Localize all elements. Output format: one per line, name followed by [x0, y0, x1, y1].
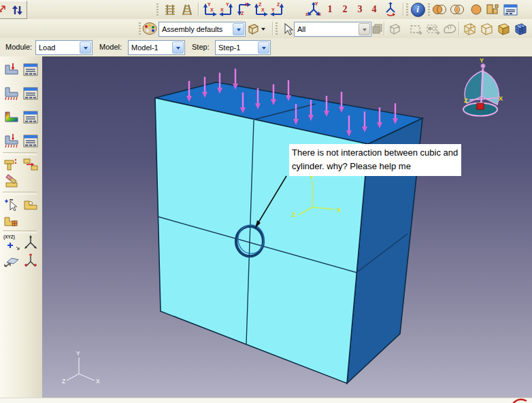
color-target-button[interactable]: [244, 20, 268, 37]
overlap-circles-outline-icon: [450, 3, 465, 16]
resize-view-button[interactable]: [0, 2, 9, 18]
create-load-button[interactable]: [3, 61, 20, 77]
pan-hand-button[interactable]: [442, 20, 458, 37]
view-preset-1-button[interactable]: 1: [322, 1, 338, 18]
dashed-cube-icon: [388, 22, 401, 35]
toolbar-row-2: Assembly defaults All: [0, 19, 532, 39]
create-load-case-button[interactable]: [3, 133, 20, 149]
load-manager-button[interactable]: [22, 61, 39, 77]
display-group-create-button[interactable]: [484, 1, 501, 18]
render-beams-button[interactable]: [162, 1, 178, 18]
module-toolbox: (XYZ): [0, 56, 43, 398]
color-code-combobox[interactable]: Assembly defaults: [159, 22, 246, 37]
toolbar-grip[interactable]: [156, 3, 159, 16]
annotation-box[interactable]: There is not interaction between cubic a…: [289, 144, 461, 176]
create-fastener-button[interactable]: [3, 156, 20, 173]
axis-letter: Z: [277, 2, 280, 7]
predefined-field-manager-button[interactable]: [22, 109, 39, 125]
datum-csys-button[interactable]: [22, 253, 39, 269]
step-combobox[interactable]: Step-1: [215, 40, 271, 55]
axis-letter: Z: [241, 11, 244, 16]
toolbar-grip[interactable]: [139, 22, 141, 35]
manager-window-icon: [503, 4, 518, 16]
render-mesh-button[interactable]: [512, 20, 529, 37]
axis-letter: X: [261, 7, 265, 12]
save-view-button[interactable]: [382, 1, 399, 18]
view-left-button[interactable]: Z Y: [269, 1, 286, 18]
datum-point-button[interactable]: (XYZ): [3, 234, 20, 251]
partition-cell-button[interactable]: [3, 213, 20, 230]
display-group-manager-button[interactable]: [502, 1, 518, 18]
view-preset-4-button[interactable]: 4: [366, 1, 382, 18]
zoom-box-button[interactable]: [408, 20, 425, 37]
view-preset-label: 4: [372, 4, 377, 15]
cube-front-face[interactable]: [155, 98, 368, 383]
edit-mesh-button[interactable]: [3, 173, 20, 190]
query-toggle-button[interactable]: [3, 196, 20, 213]
view-bottom-button[interactable]: Z X: [252, 1, 269, 18]
toolbar-grip[interactable]: [406, 3, 408, 16]
origin-z-label: Z: [62, 378, 65, 385]
overlap-circles-filled-icon: [432, 3, 447, 16]
toolbox-separator: [3, 230, 37, 233]
wire-cube-icon: [246, 22, 260, 35]
query-info-button[interactable]: i: [410, 1, 426, 18]
create-bc-icon: [3, 86, 20, 101]
toolbar-grip[interactable]: [276, 22, 278, 35]
datum-plane-button[interactable]: [3, 253, 20, 269]
attach-points-button[interactable]: [22, 196, 39, 213]
create-predefined-field-button[interactable]: [3, 109, 20, 125]
color-code-button[interactable]: [142, 20, 158, 37]
datum-axis-button[interactable]: [22, 234, 39, 251]
hand-icon: [442, 22, 457, 35]
create-boundary-condition-button[interactable]: [3, 85, 20, 101]
datum-plane-icon: [3, 253, 20, 269]
probe-values-button[interactable]: [425, 20, 442, 37]
viewport-canvas[interactable]: Y X Z Y X Z Y X Z There is not interacti…: [42, 56, 532, 398]
swap-views-button[interactable]: [9, 2, 25, 18]
model-label: Model:: [99, 43, 122, 51]
axis-letter: X: [220, 7, 224, 12]
display-group-intersect-button[interactable]: [449, 1, 465, 18]
selection-filter-combobox[interactable]: All: [294, 22, 371, 37]
plus-icon: [3, 234, 20, 251]
toolbox-separator: [3, 152, 37, 155]
info-glyph: i: [416, 4, 419, 15]
display-group-replace-button[interactable]: [431, 1, 448, 18]
compass-y-label: Y: [480, 57, 484, 64]
view-front-button[interactable]: Y X: [201, 1, 218, 18]
view-top-button[interactable]: X Z: [235, 1, 252, 18]
triad-rotate-icon: [383, 2, 398, 17]
step-label: Step:: [192, 43, 210, 51]
display-group-all-button[interactable]: [468, 1, 484, 18]
context-bar: Module: Load Model: Model-1 Step: Step-1: [0, 38, 532, 57]
translate-instance-button[interactable]: [22, 156, 39, 173]
render-beams-3d-button[interactable]: [179, 1, 195, 18]
stacked-squares-icon: [371, 22, 384, 35]
filled-circle-icon: [470, 3, 482, 16]
view-compass[interactable]: Y X Z: [463, 57, 503, 116]
chevron-down-icon[interactable]: [172, 41, 184, 54]
render-hiddenline-button[interactable]: [478, 20, 495, 37]
view-back-button[interactable]: X Y: [218, 1, 235, 18]
chevron-down-icon[interactable]: [359, 23, 370, 35]
toolbar-grip[interactable]: [428, 3, 430, 16]
chevron-down-icon[interactable]: [258, 41, 269, 54]
axis-letter: Y: [207, 2, 211, 7]
load-case-manager-button[interactable]: [22, 133, 39, 149]
module-combobox[interactable]: Load: [35, 40, 93, 55]
edit-display-group-button[interactable]: [386, 20, 403, 37]
chevron-down-icon[interactable]: [233, 23, 244, 35]
model-combobox[interactable]: Model-1: [128, 40, 185, 55]
axis-triad-icon: [22, 234, 39, 251]
chevron-down-icon[interactable]: [80, 41, 91, 54]
block-arrow-icon: [22, 157, 39, 172]
view-iso-button[interactable]: Y z x: [305, 1, 322, 18]
view-preset-2-button[interactable]: 2: [337, 1, 353, 18]
swap-vertical-icon: [11, 4, 23, 16]
bc-manager-button[interactable]: [22, 85, 39, 101]
color-code-value: Assembly defaults: [162, 25, 222, 33]
render-shaded-button[interactable]: [495, 20, 512, 37]
create-load-icon: [3, 62, 20, 77]
render-wireframe-button[interactable]: [461, 20, 478, 37]
